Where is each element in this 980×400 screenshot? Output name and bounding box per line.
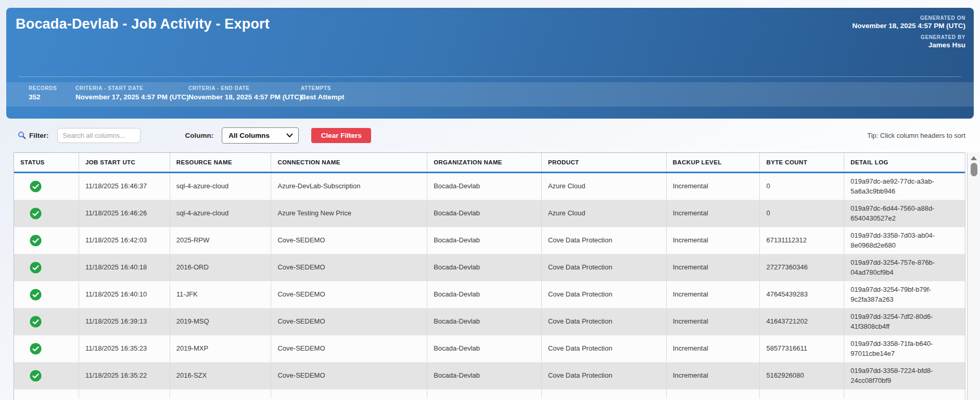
connection-name-cell: Cove-SEDEMO xyxy=(271,281,427,308)
organization-name-cell: Bocada-Devlab xyxy=(427,363,541,389)
resource-name-cell: 11-JFK xyxy=(170,281,271,308)
column-select[interactable]: All Columns xyxy=(222,127,299,144)
byte-count-cell: 58577316611 xyxy=(759,336,844,362)
job-start-utc-value: 11/18/2025 16:39:13 xyxy=(85,317,163,327)
job-start-utc-value: 11/18/2025 16:42:03 xyxy=(85,236,163,246)
job-start-utc-value: 11/18/2025 16:46:37 xyxy=(85,182,163,191)
column-header-job-start-utc[interactable]: JOB START UTC xyxy=(79,153,170,172)
byte-count-cell: 41643721202 xyxy=(759,308,844,335)
criteria-label: ATTEMPTS xyxy=(301,85,345,91)
resource-name-value: sql-4-azure-cloud xyxy=(176,182,265,191)
success-check-icon xyxy=(30,180,42,192)
search-input[interactable] xyxy=(57,128,141,143)
detail-log-cell: 019a97dd-3254-79bf-b79f-9c2fa387a263 xyxy=(844,281,965,308)
resource-name-cell: 2016-ORD xyxy=(170,254,271,281)
backup-level-value: Incremental xyxy=(673,209,754,218)
job-start-utc-cell: 11/18/2025 16:42:03 xyxy=(79,227,170,254)
status-cell xyxy=(14,227,79,254)
column-header-connection-name[interactable]: CONNECTION NAME xyxy=(271,153,427,172)
job-start-utc-value: 11/18/2025 16:35:22 xyxy=(85,371,163,381)
job-start-utc-cell: 11/18/2025 16:46:37 xyxy=(79,173,170,200)
organization-name-value: Bocada-Devlab xyxy=(434,182,535,191)
generated-on: GENERATED ON November 18, 2025 4:57 PM (… xyxy=(852,15,965,30)
success-check-icon xyxy=(30,289,42,301)
byte-count-value: 27277360346 xyxy=(766,263,837,273)
connection-name-value: Azure-DevLab-Subscription xyxy=(277,182,421,191)
product-value: Azure Cloud xyxy=(548,182,660,191)
status-cell xyxy=(14,336,79,362)
status-cell xyxy=(14,281,79,308)
column-header-product[interactable]: PRODUCT xyxy=(541,153,666,172)
table-row: 11/18/2025 16:40:182016-ORDCove-SEDEMOBo… xyxy=(14,254,965,281)
detail-log-value: 019a97dd-3358-7224-bfd8-24cc08f70bf9 xyxy=(850,366,959,386)
backup-level-value: Incremental xyxy=(673,263,754,273)
backup-level-value: Incremental xyxy=(673,236,754,246)
column-header-backup-level[interactable]: BACKUP LEVEL xyxy=(666,153,760,172)
backup-level-value: Incremental xyxy=(673,371,754,381)
organization-name-cell: Bocada-Devlab xyxy=(427,308,541,335)
byte-count-value: 0 xyxy=(766,209,837,218)
generated-by: GENERATED BY James Hsu xyxy=(852,34,965,49)
organization-name-value: Bocada-Devlab xyxy=(434,263,535,273)
product-cell: Cove Data Protection xyxy=(541,254,666,281)
table-header-row: STATUSJOB START UTCRESOURCE NAMECONNECTI… xyxy=(14,153,965,173)
detail-log-cell: 019a97dc-6d44-7560-a88d-6540430527e2 xyxy=(844,200,965,227)
organization-name-value: Bocada-Devlab xyxy=(434,317,535,327)
job-start-utc-value: 11/18/2025 16:46:26 xyxy=(85,209,163,218)
product-value: Cove Data Protection xyxy=(548,344,660,354)
table-row: 11/18/2025 16:42:032025-RPWCove-SEDEMOBo… xyxy=(14,227,965,254)
connection-name-cell: Azure Testing New Price xyxy=(271,200,427,227)
job-start-utc-cell: 11/18/2025 16:35:22 xyxy=(79,363,170,389)
resource-name-value: 2016-SZX xyxy=(176,371,265,381)
criteria-value: November 18, 2025 4:57 PM (UTC) xyxy=(188,93,302,101)
criteria-item-attempts: ATTEMPTSBest Attempt xyxy=(301,85,345,101)
resource-name-cell: 2025-RPW xyxy=(170,227,271,254)
job-start-utc-value: 11/18/2025 16:40:18 xyxy=(85,263,163,273)
success-check-icon xyxy=(30,262,42,274)
chevron-down-icon xyxy=(286,133,293,138)
scrollbar-thumb[interactable] xyxy=(971,163,977,176)
empty-cell xyxy=(14,390,79,398)
criteria-label: CRITERIA - END DATE xyxy=(188,85,302,91)
criteria-item-criteria-end-date: CRITERIA - END DATENovember 18, 2025 4:5… xyxy=(188,85,302,101)
search-icon xyxy=(18,131,26,139)
byte-count-cell: 27277360346 xyxy=(759,254,844,281)
product-value: Azure Cloud xyxy=(548,209,660,218)
organization-name-cell: Bocada-Devlab xyxy=(427,200,541,227)
column-header-byte-count[interactable]: BYTE COUNT xyxy=(759,153,844,172)
status-cell xyxy=(14,308,79,335)
status-cell xyxy=(14,200,79,227)
detail-log-cell: 019a97dd-3358-7224-bfd8-24cc08f70bf9 xyxy=(844,363,965,389)
success-check-icon xyxy=(30,208,42,220)
column-header-detail-log[interactable]: DETAIL LOG xyxy=(844,153,965,172)
connection-name-cell: Cove-SEDEMO xyxy=(271,254,427,281)
table-row: 11/18/2025 16:39:132019-MSQCove-SEDEMOBo… xyxy=(14,308,965,336)
product-value: Cove Data Protection xyxy=(548,290,660,300)
column-header-status[interactable]: STATUS xyxy=(14,153,79,172)
empty-cell xyxy=(170,390,271,398)
column-header-organization-name[interactable]: ORGANIZATION NAME xyxy=(427,153,541,172)
column-header-resource-name[interactable]: RESOURCE NAME xyxy=(170,153,271,172)
scrollbar-up-arrow[interactable] xyxy=(971,156,977,160)
byte-count-cell: 0 xyxy=(759,173,844,200)
resource-name-cell: 2016-SZX xyxy=(170,363,271,389)
job-start-utc-value: 11/18/2025 16:35:23 xyxy=(85,344,163,354)
organization-name-cell: Bocada-Devlab xyxy=(427,336,541,362)
connection-name-value: Azure Testing New Price xyxy=(277,209,421,218)
job-activity-table: STATUSJOB START UTCRESOURCE NAMECONNECTI… xyxy=(14,152,965,400)
table-scrollbar[interactable] xyxy=(967,152,980,400)
backup-level-value: Incremental xyxy=(673,344,754,354)
resource-name-value: 11-JFK xyxy=(176,290,265,300)
organization-name-cell: Bocada-Devlab xyxy=(427,227,541,254)
table-row-partial xyxy=(14,390,965,398)
empty-cell xyxy=(759,390,844,398)
connection-name-value: Cove-SEDEMO xyxy=(277,290,421,300)
criteria-value: Best Attempt xyxy=(301,93,345,101)
empty-cell xyxy=(427,390,541,398)
backup-level-value: Incremental xyxy=(673,290,754,300)
column-select-value: All Columns xyxy=(228,132,270,139)
backup-level-cell: Incremental xyxy=(666,336,760,362)
criteria-label: CRITERIA - START DATE xyxy=(75,85,189,91)
generated-info: GENERATED ON November 18, 2025 4:57 PM (… xyxy=(852,15,965,49)
clear-filters-button[interactable]: Clear Filters xyxy=(311,128,371,143)
